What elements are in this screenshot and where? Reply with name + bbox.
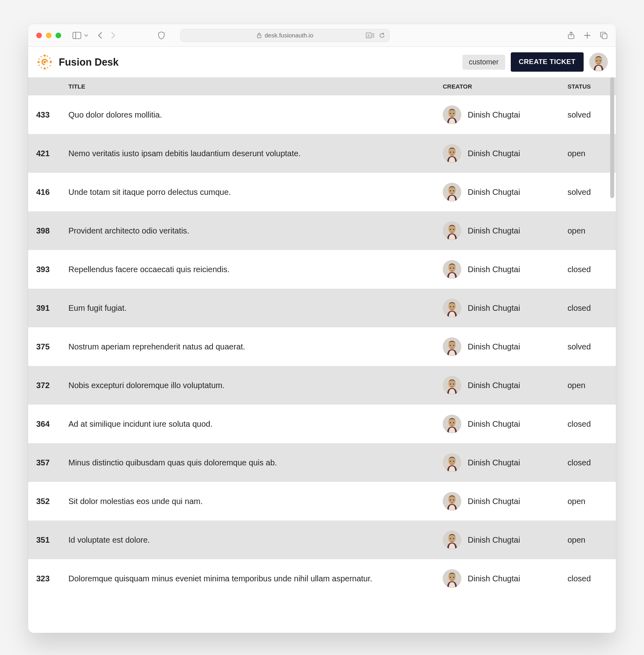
- window-minimize-icon[interactable]: [46, 33, 52, 38]
- table-row[interactable]: 352Sit dolor molestias eos unde qui nam.…: [28, 482, 616, 521]
- creator-name: Dinish Chugtai: [468, 265, 520, 274]
- reload-icon[interactable]: [379, 32, 385, 39]
- table-row[interactable]: 398Provident architecto odio veritatis.D…: [28, 211, 616, 250]
- nav-back-icon[interactable]: [97, 32, 103, 39]
- svg-point-16: [43, 67, 45, 69]
- nav-forward-icon[interactable]: [110, 32, 116, 39]
- ticket-title: Eum fugit fugiat.: [68, 289, 443, 327]
- ticket-creator-cell: Dinish Chugtai: [443, 95, 568, 134]
- svg-point-13: [43, 54, 45, 56]
- creator-avatar: [443, 260, 461, 279]
- ticket-title: Repellendus facere occaecati quis reicie…: [68, 250, 443, 289]
- ticket-status: solved: [568, 173, 616, 211]
- table-row[interactable]: 372Nobis excepturi doloremque illo volup…: [28, 366, 616, 405]
- ticket-status: solved: [568, 95, 616, 134]
- ticket-status: solved: [568, 327, 616, 366]
- col-header-title[interactable]: TITLE: [68, 77, 443, 95]
- creator-avatar: [443, 569, 461, 588]
- creator-avatar: [443, 531, 461, 549]
- app-logo-icon: [36, 54, 53, 70]
- role-badge: customer: [462, 55, 505, 70]
- ticket-title: Sit dolor molestias eos unde qui nam.: [68, 482, 443, 521]
- svg-point-17: [43, 61, 46, 63]
- sidebar-toggle-icon[interactable]: [72, 32, 81, 39]
- svg-point-14: [50, 61, 52, 63]
- creator-avatar: [443, 183, 461, 201]
- ticket-id: 393: [28, 250, 68, 289]
- ticket-id: 391: [28, 289, 68, 327]
- ticket-id: 421: [28, 134, 68, 173]
- creator-name: Dinish Chugtai: [468, 497, 520, 506]
- ticket-creator-cell: Dinish Chugtai: [443, 443, 568, 482]
- content-viewport: TITLE CREATOR STATUS 433Quo dolor dolore…: [28, 77, 616, 633]
- ticket-creator-cell: Dinish Chugtai: [443, 559, 568, 598]
- privacy-shield-icon[interactable]: [158, 31, 165, 39]
- ticket-status: closed: [568, 250, 616, 289]
- col-header-status[interactable]: STATUS: [568, 77, 616, 95]
- creator-name: Dinish Chugtai: [468, 535, 520, 545]
- ticket-title: Minus distinctio quibusdam quas quis dol…: [68, 443, 443, 482]
- table-row[interactable]: 375Nostrum aperiam reprehenderit natus a…: [28, 327, 616, 366]
- ticket-status: open: [568, 134, 616, 173]
- table-row[interactable]: 364Ad at similique incidunt iure soluta …: [28, 405, 616, 443]
- scrollbar-track: [610, 77, 614, 633]
- chevron-down-icon[interactable]: [84, 33, 89, 38]
- table-row[interactable]: 323Doloremque quisquam minus eveniet min…: [28, 559, 616, 598]
- share-icon[interactable]: [568, 31, 575, 39]
- ticket-creator-cell: Dinish Chugtai: [443, 405, 568, 443]
- creator-avatar: [443, 415, 461, 433]
- ticket-status: closed: [568, 443, 616, 482]
- svg-text:あ: あ: [367, 34, 370, 37]
- tickets-table: TITLE CREATOR STATUS 433Quo dolor dolore…: [28, 77, 616, 598]
- app-title: Fusion Desk: [59, 56, 119, 68]
- creator-avatar: [443, 105, 461, 124]
- create-ticket-button[interactable]: CREATE TICKET: [511, 52, 584, 72]
- window-zoom-icon[interactable]: [56, 33, 61, 38]
- user-avatar[interactable]: [589, 53, 608, 71]
- creator-name: Dinish Chugtai: [468, 110, 520, 120]
- ticket-title: Provident architecto odio veritatis.: [68, 211, 443, 250]
- svg-point-15: [37, 61, 39, 63]
- table-row[interactable]: 433Quo dolor dolores mollitia.Dinish Chu…: [28, 95, 616, 134]
- svg-rect-4: [73, 32, 81, 39]
- ticket-id: 416: [28, 173, 68, 211]
- address-url: desk.fusionauth.io: [265, 32, 314, 39]
- ticket-id: 352: [28, 482, 68, 521]
- ticket-creator-cell: Dinish Chugtai: [443, 211, 568, 250]
- ticket-status: closed: [568, 405, 616, 443]
- col-header-id: [28, 77, 68, 95]
- table-row[interactable]: 421Nemo veritatis iusto ipsam debitis la…: [28, 134, 616, 173]
- creator-avatar: [443, 221, 461, 240]
- table-row[interactable]: 351Id voluptate est dolore.Dinish Chugta…: [28, 521, 616, 559]
- ticket-id: 398: [28, 211, 68, 250]
- scrollbar-thumb[interactable]: [610, 77, 614, 198]
- col-header-creator[interactable]: CREATOR: [443, 77, 568, 95]
- table-row[interactable]: 393Repellendus facere occaecati quis rei…: [28, 250, 616, 289]
- creator-avatar: [443, 453, 461, 472]
- address-bar[interactable]: desk.fusionauth.io あ: [180, 29, 390, 42]
- ticket-title: Nobis excepturi doloremque illo voluptat…: [68, 366, 443, 405]
- table-row[interactable]: 416Unde totam sit itaque porro delectus …: [28, 173, 616, 211]
- ticket-status: open: [568, 211, 616, 250]
- creator-avatar: [443, 144, 461, 163]
- ticket-title: Ad at similique incidunt iure soluta quo…: [68, 405, 443, 443]
- ticket-creator-cell: Dinish Chugtai: [443, 482, 568, 521]
- tabs-overview-icon[interactable]: [600, 31, 608, 39]
- browser-window: desk.fusionauth.io あ: [28, 24, 616, 633]
- window-controls: [36, 33, 61, 38]
- reader-icon[interactable]: あ: [366, 33, 375, 38]
- creator-name: Dinish Chugtai: [468, 574, 520, 583]
- table-row[interactable]: 357Minus distinctio quibusdam quas quis …: [28, 443, 616, 482]
- ticket-id: 357: [28, 443, 68, 482]
- table-row[interactable]: 391Eum fugit fugiat.Dinish Chugtaiclosed: [28, 289, 616, 327]
- ticket-creator-cell: Dinish Chugtai: [443, 134, 568, 173]
- creator-avatar: [443, 492, 461, 510]
- window-close-icon[interactable]: [36, 33, 42, 38]
- new-tab-icon[interactable]: [584, 32, 591, 39]
- app-header: Fusion Desk customer CREATE TICKET: [28, 47, 616, 77]
- ticket-id: 351: [28, 521, 68, 559]
- ticket-creator-cell: Dinish Chugtai: [443, 250, 568, 289]
- ticket-status: open: [568, 482, 616, 521]
- creator-name: Dinish Chugtai: [468, 381, 520, 390]
- ticket-title: Nemo veritatis iusto ipsam debitis lauda…: [68, 134, 443, 173]
